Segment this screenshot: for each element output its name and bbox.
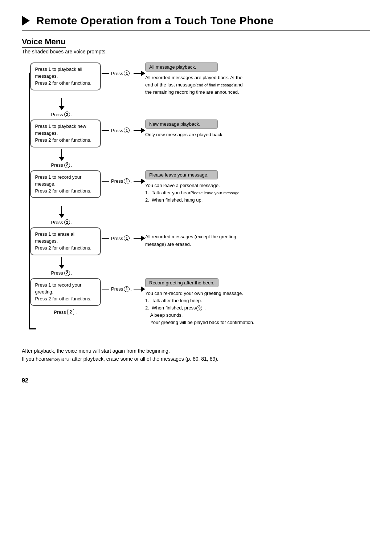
arrow-5: Press1 . xyxy=(102,278,145,292)
page-title: Remote Operation from a Touch Tone Phone xyxy=(36,15,274,27)
right-desc-2: Only new messages are played back. xyxy=(145,130,370,139)
diagram-row-4: Press 1 to erase all messages.Press 2 fo… xyxy=(22,227,370,255)
left-bar xyxy=(29,73,30,329)
between-3-4: Press2 . xyxy=(22,206,370,226)
right-content-4: All recorded messages (except the greeti… xyxy=(145,227,370,248)
between-2-3: Press2 . xyxy=(22,149,370,169)
right-desc-1: All recorded messages are played back. A… xyxy=(145,73,370,97)
left-box-5: Press 1 to record your greeting.Press 2 … xyxy=(29,278,102,316)
left-box-4: Press 1 to erase all messages.Press 2 fo… xyxy=(29,227,102,255)
page-header: Remote Operation from a Touch Tone Phone xyxy=(22,15,370,31)
diagram-row-1: Press 1 to playback all messages.Press 2… xyxy=(22,62,370,97)
right-shaded-5: Record greeting after the beep. xyxy=(145,278,219,287)
left-bar-horiz xyxy=(29,328,36,329)
page-number: 92 xyxy=(22,377,370,384)
diagram-row-5: Press 1 to record your greeting.Press 2 … xyxy=(22,278,370,338)
right-shaded-2: New message playback. xyxy=(145,119,218,129)
arrow-right-icon xyxy=(22,16,30,26)
footer-line2: If you hearMemory is full after playback… xyxy=(22,355,370,363)
right-shaded-1: All message playback. xyxy=(145,62,218,72)
arrow-3: Press1 . xyxy=(102,170,145,184)
between-1-2: Press2 . xyxy=(22,98,370,118)
diagram-row-2: Press 1 to playback new messages.Press 2… xyxy=(22,119,370,147)
right-content-1: All message playback. All recorded messa… xyxy=(145,62,370,97)
between-4-5: Press2 . xyxy=(22,257,370,277)
voice-menu-diagram: Press 1 to playback all messages.Press 2… xyxy=(22,62,370,338)
footer-line1: After playback, the voice menu will star… xyxy=(22,347,370,355)
footer-text: After playback, the voice menu will star… xyxy=(22,347,370,363)
subtitle: The shaded boxes are voice prompts. xyxy=(22,49,370,54)
right-desc-3: You can leave a personal message. 1. Tal… xyxy=(145,181,370,204)
right-shaded-3: Please leave your message. xyxy=(145,170,218,179)
right-desc-5: You can re-record your own greeting mess… xyxy=(145,289,370,327)
left-box-3: Press 1 to record your message.Press 2 f… xyxy=(29,170,102,198)
right-content-5: Record greeting after the beep. You can … xyxy=(145,278,370,327)
right-desc-4: All recorded messages (except the greeti… xyxy=(145,232,370,248)
arrow-1: Press1 . xyxy=(102,62,145,76)
arrow-4: Press1 . xyxy=(102,227,145,241)
right-content-2: New message playback. Only new messages … xyxy=(145,119,370,139)
section-title: Voice Menu xyxy=(22,37,370,46)
right-content-3: Please leave your message. You can leave… xyxy=(145,170,370,204)
left-box-2: Press 1 to playback new messages.Press 2… xyxy=(29,119,102,147)
diagram-row-3: Press 1 to record your message.Press 2 f… xyxy=(22,170,370,204)
arrow-2: Press1 . xyxy=(102,119,145,133)
left-box-1: Press 1 to playback all messages.Press 2… xyxy=(29,62,102,90)
